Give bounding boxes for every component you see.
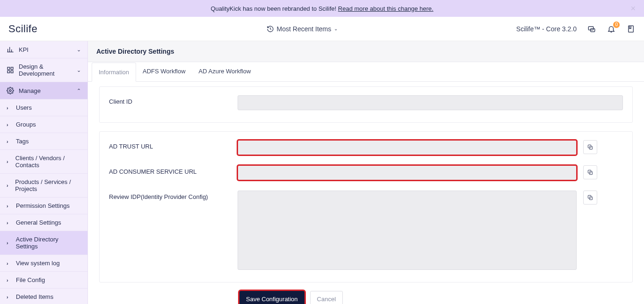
sidebar-item-view-system-log[interactable]: ›View system log <box>0 255 87 272</box>
chevron-right-icon: › <box>7 240 11 246</box>
bell-icon[interactable]: 0 <box>607 24 616 34</box>
svg-rect-3 <box>7 67 10 70</box>
sidebar-item-manage[interactable]: Manage ⌃ <box>0 82 87 99</box>
gear-icon <box>7 87 14 94</box>
logo: Scilife <box>8 23 88 35</box>
chevron-right-icon: › <box>7 183 10 188</box>
sidebar-item-general-settings[interactable]: ›General Settings <box>0 214 87 231</box>
chevron-right-icon: › <box>7 277 11 283</box>
chevron-right-icon: › <box>7 105 11 111</box>
sidebar-item-active-directory-settings[interactable]: ›Active Directory Settings <box>0 231 87 255</box>
chevron-up-icon: ⌃ <box>77 88 81 94</box>
notification-badge: 0 <box>613 21 620 28</box>
client-id-input[interactable] <box>238 95 623 110</box>
page-title: Active Directory Settings <box>88 41 644 62</box>
sidebar: KPI ⌄ Design & Development ⌄ Manage ⌃ ›U… <box>0 41 88 304</box>
grid-icon <box>7 66 14 74</box>
chevron-down-icon: ⌄ <box>77 67 81 73</box>
review-idp-textarea[interactable] <box>238 191 577 270</box>
history-icon <box>267 25 274 33</box>
copy-consumer-url-button[interactable] <box>583 165 597 179</box>
ad-trust-url-label: AD TRUST URL <box>109 140 238 150</box>
cancel-button[interactable]: Cancel <box>310 291 343 304</box>
review-idp-label: Review IDP(Identity Provider Config) <box>109 191 238 200</box>
chevron-right-icon: › <box>7 139 11 144</box>
sidebar-item-kpi[interactable]: KPI ⌄ <box>0 41 87 58</box>
sidebar-item-design-development[interactable]: Design & Development ⌄ <box>0 58 87 82</box>
banner-text: QualityKick has now been rebranded to Sc… <box>210 5 433 12</box>
ad-consumer-url-input[interactable] <box>238 165 577 180</box>
banner-link[interactable]: Read more about this change here. <box>338 5 434 12</box>
svg-rect-4 <box>11 67 13 70</box>
sidebar-item-deleted-items[interactable]: ›Deleted Items <box>0 289 87 304</box>
save-configuration-button[interactable]: Save Configuration <box>239 291 304 304</box>
chevron-down-icon: ⌄ <box>334 26 338 31</box>
recent-items-dropdown[interactable]: Most Recent Items ⌄ <box>88 25 516 33</box>
chevron-right-icon: › <box>7 159 11 164</box>
chevron-right-icon: › <box>7 294 11 300</box>
copy-trust-url-button[interactable] <box>583 140 597 154</box>
tab-adfs-workflow[interactable]: ADFS Workflow <box>136 62 192 81</box>
chevron-down-icon: ⌄ <box>77 47 81 53</box>
sidebar-item-permission-settings[interactable]: ›Permission Settings <box>0 198 87 214</box>
bookmark-icon[interactable] <box>626 24 636 34</box>
sidebar-item-clients[interactable]: ›Clients / Vendors / Contacts <box>0 150 87 174</box>
sidebar-item-tags[interactable]: ›Tags <box>0 133 87 150</box>
tab-information[interactable]: Information <box>92 63 136 82</box>
copy-icon <box>587 194 593 201</box>
app-header: Scilife Most Recent Items ⌄ Scilife™ - C… <box>0 17 644 41</box>
chevron-right-icon: › <box>7 122 11 127</box>
copy-idp-button[interactable] <box>583 191 597 205</box>
ad-consumer-url-label: AD CONSUMER SERVICE URL <box>109 165 238 175</box>
version-label: Scilife™ - Core 3.2.0 <box>516 25 577 33</box>
copy-icon <box>587 169 593 176</box>
main-content: Active Directory Settings Information AD… <box>88 41 644 304</box>
sidebar-item-file-config[interactable]: ›File Config <box>0 272 87 289</box>
client-id-panel: Client ID <box>99 86 633 123</box>
tab-ad-azure-workflow[interactable]: AD Azure Workflow <box>192 62 258 81</box>
chevron-right-icon: › <box>7 261 11 266</box>
rebrand-banner: QualityKick has now been rebranded to Sc… <box>0 0 644 17</box>
chart-icon <box>7 46 14 53</box>
ad-trust-url-input[interactable] <box>238 140 577 155</box>
sidebar-item-groups[interactable]: ›Groups <box>0 116 87 133</box>
svg-rect-5 <box>7 71 10 73</box>
chevron-right-icon: › <box>7 203 11 209</box>
svg-rect-6 <box>11 71 13 73</box>
sidebar-item-users[interactable]: ›Users <box>0 99 87 116</box>
chat-icon[interactable] <box>587 24 596 34</box>
client-id-label: Client ID <box>109 95 238 105</box>
svg-point-7 <box>9 90 11 92</box>
sidebar-item-products[interactable]: ›Products / Services / Projects <box>0 174 87 198</box>
ad-config-panel: AD TRUST URL AD CONSUMER SERVICE URL <box>99 131 633 283</box>
chevron-right-icon: › <box>7 220 11 226</box>
tab-bar: Information ADFS Workflow AD Azure Workf… <box>88 62 644 82</box>
close-icon[interactable]: × <box>630 4 636 14</box>
copy-icon <box>587 144 593 150</box>
